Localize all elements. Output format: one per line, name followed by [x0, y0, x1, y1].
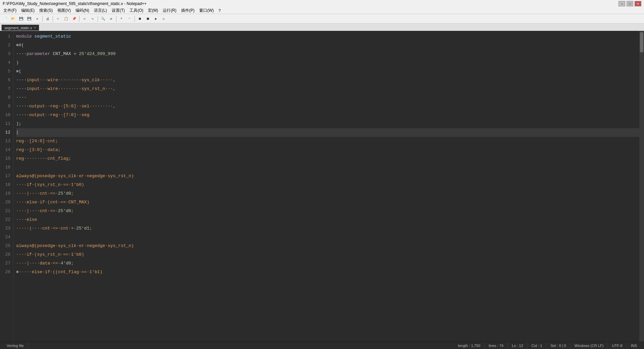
- menu-item-w[interactable]: 窗口(W): [197, 7, 216, 14]
- tb-redo[interactable]: ↪: [89, 15, 96, 22]
- code-line-23[interactable]: ·····|····cnt·<=·cnt·+·25'd1;: [16, 224, 639, 233]
- menu-bar: 文件(F)编辑(E)搜索(S)视图(V)编码(N)语言(L)设置(T)工具(O)…: [0, 7, 644, 14]
- line-num-28: 28: [1, 268, 10, 277]
- menu-item-m[interactable]: 宏(M): [146, 7, 160, 14]
- code-line-24[interactable]: [16, 233, 639, 242]
- line-num-12: 12: [1, 128, 10, 137]
- menu-item-f[interactable]: 文件(F): [1, 7, 18, 14]
- code-line-18[interactable]: ····if·(sys_rst_n·==·1'b0): [16, 181, 639, 189]
- code-line-9[interactable]: ·····output··reg··[5:0]··sel·········,: [16, 102, 639, 111]
- tb-cut[interactable]: ✂: [54, 15, 62, 22]
- tb-find[interactable]: 🔍: [99, 15, 107, 22]
- code-line-11[interactable]: );: [16, 119, 639, 128]
- line-ending-status: Windows (CR LF): [571, 342, 608, 349]
- tb-macro-stop[interactable]: ⏹: [144, 15, 152, 22]
- tb-copy[interactable]: 📋: [62, 15, 70, 22]
- tab-segment-static[interactable]: segment_static.v ✕: [1, 24, 39, 31]
- line-num-27: 27: [1, 259, 10, 268]
- code-line-20[interactable]: ····else·if·(cnt·==·CNT_MAX): [16, 198, 639, 207]
- tb-new[interactable]: 📄: [1, 15, 9, 22]
- line-num-5: 5: [1, 67, 10, 76]
- toolbar-sep-2: [53, 16, 53, 22]
- tb-zoomout[interactable]: −: [126, 15, 133, 22]
- tb-open[interactable]: 📂: [9, 15, 17, 22]
- editor-container: 1234567891011121314151617181920212223242…: [0, 31, 644, 342]
- close-button[interactable]: ×: [635, 1, 641, 6]
- code-line-27[interactable]: ····|····data·<=·4'd0;: [16, 259, 639, 268]
- menu-item-l[interactable]: 语言(L): [92, 7, 109, 14]
- vertical-scrollbar[interactable]: [639, 31, 644, 342]
- code-line-3[interactable]: ····parameter CNT_MAX = 25'd24_999_999: [16, 50, 639, 58]
- encoding-status: UTF-8: [608, 342, 627, 349]
- line-num-3: 3: [1, 50, 10, 58]
- line-num-11: 11: [1, 119, 10, 128]
- code-line-10[interactable]: ·····output··reg··[7:0]··seg: [16, 111, 639, 119]
- toolbar-sep-1: [42, 16, 43, 22]
- code-line-19[interactable]: ····|····cnt·<=·25'd0;: [16, 189, 639, 198]
- tb-save[interactable]: 💾: [17, 15, 25, 22]
- code-line-14[interactable]: reg··[3:0]··data;: [16, 146, 639, 154]
- code-line-4[interactable]: ): [16, 58, 639, 67]
- menu-item-t[interactable]: 设置(T): [110, 7, 127, 14]
- code-line-1[interactable]: module segment_static: [16, 32, 639, 41]
- code-line-17[interactable]: always@(posedge·sys_clk·or·negedge·sys_r…: [16, 172, 639, 181]
- line-num-13: 13: [1, 137, 10, 146]
- tb-close[interactable]: ✕: [34, 15, 41, 22]
- toolbar-sep-6: [135, 16, 135, 22]
- tb-undo[interactable]: ↩: [81, 15, 88, 22]
- code-line-28[interactable]: ■·····else·if·((cnt_flag·==·1'b1): [16, 268, 639, 277]
- code-line-13[interactable]: reg··[24:0]·cnt;: [16, 137, 639, 146]
- tb-replace[interactable]: ⇄: [107, 15, 115, 22]
- toolbar-sep-3: [79, 16, 79, 22]
- tb-macro-run[interactable]: ▷: [160, 15, 168, 22]
- code-line-12[interactable]: |: [16, 128, 639, 137]
- title-bar: F:\FPGA\My_Study_Notes\segment_595_stati…: [0, 0, 644, 7]
- tab-close-icon[interactable]: ✕: [34, 26, 36, 30]
- line-num-9: 9: [1, 102, 10, 111]
- menu-item-n[interactable]: 编码(N): [73, 7, 91, 14]
- status-bar: Verilog file length : 1,750 lines : 74 L…: [0, 342, 644, 349]
- code-line-25[interactable]: always@(posedge·sys_clk·or·negedge·sys_r…: [16, 242, 639, 250]
- code-line-7[interactable]: ····input···wire·········sys_rst_n···,: [16, 85, 639, 93]
- sel-status: Sel : 0 | 0: [546, 342, 570, 349]
- code-line-26[interactable]: ····if·(sys_rst_n·==·1'b0): [16, 250, 639, 259]
- line-num-18: 18: [1, 181, 10, 189]
- toolbar-sep-5: [116, 16, 116, 22]
- menu-item-o[interactable]: 工具(O): [127, 7, 145, 14]
- minimize-button[interactable]: －: [619, 1, 625, 6]
- menu-item-r[interactable]: 运行(R): [161, 7, 178, 14]
- tb-macro-record[interactable]: ⏺: [136, 15, 144, 22]
- line-num-16: 16: [1, 163, 10, 172]
- code-line-21[interactable]: ····|····cnt·<=·25'd0;: [16, 207, 639, 215]
- menu-item-[interactable]: ?: [216, 7, 223, 14]
- menu-item-s[interactable]: 搜索(S): [37, 7, 55, 14]
- lines-status: lines : 74: [485, 342, 508, 349]
- code-line-16[interactable]: [16, 163, 639, 172]
- line-num-21: 21: [1, 207, 10, 215]
- line-num-23: 23: [1, 224, 10, 233]
- tb-saveall[interactable]: 💾: [25, 15, 33, 22]
- line-num-10: 10: [1, 111, 10, 119]
- scrollbar-thumb[interactable]: [640, 32, 643, 52]
- line-num-25: 25: [1, 242, 10, 250]
- code-area[interactable]: module segment_static■#(····parameter CN…: [13, 31, 639, 342]
- tb-paste[interactable]: 📌: [70, 15, 78, 22]
- code-line-22[interactable]: ····else: [16, 215, 639, 224]
- code-line-5[interactable]: ■(: [16, 67, 639, 76]
- code-line-15[interactable]: reg·········cnt_flag;: [16, 154, 639, 163]
- code-line-2[interactable]: ■#(: [16, 41, 639, 50]
- code-line-8[interactable]: ····: [16, 93, 639, 102]
- menu-item-v[interactable]: 视图(V): [55, 7, 73, 14]
- menu-item-p[interactable]: 插件(P): [179, 7, 197, 14]
- code-line-6[interactable]: ····input···wire·········sys_clk·····,: [16, 76, 639, 85]
- maximize-button[interactable]: □: [627, 1, 633, 6]
- tb-print[interactable]: 🖨: [44, 15, 51, 22]
- col-status: Col : 1: [528, 342, 547, 349]
- tb-zoomin[interactable]: +: [118, 15, 125, 22]
- tb-macro-play[interactable]: ▶: [152, 15, 160, 22]
- line-numbers: 1234567891011121314151617181920212223242…: [0, 31, 13, 342]
- line-num-1: 1: [1, 32, 10, 41]
- ln-status: Ln : 12: [508, 342, 528, 349]
- menu-item-e[interactable]: 编辑(E): [19, 7, 37, 14]
- line-num-22: 22: [1, 215, 10, 224]
